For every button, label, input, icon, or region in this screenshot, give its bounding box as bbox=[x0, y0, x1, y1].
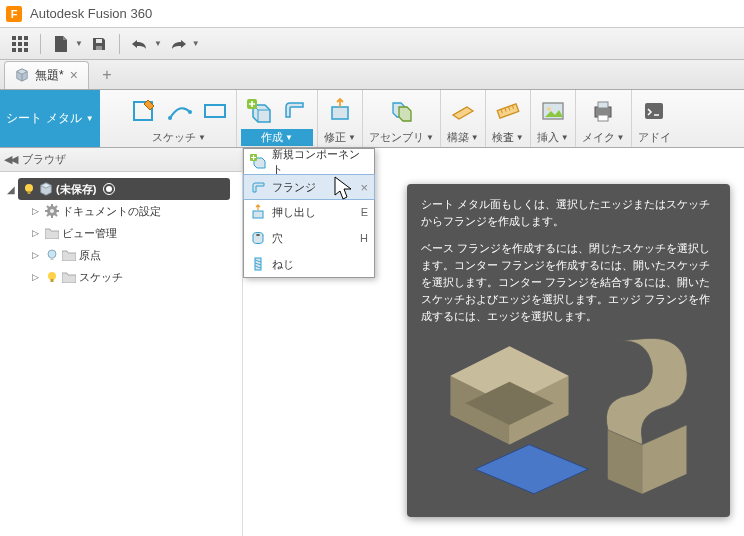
ribbon-label-create[interactable]: 作成▼ bbox=[241, 129, 313, 146]
sketch-line-button[interactable] bbox=[164, 96, 194, 126]
ribbon-label-insert[interactable]: 挿入▼ bbox=[537, 130, 569, 145]
browser-tree: ◢ (未保存) ▷ ドキュメントの設定 ▷ ビュー管理 ▷ bbox=[0, 172, 242, 288]
tab-label: 無題* bbox=[35, 67, 64, 84]
tree-item-origin[interactable]: ▷ 原点 bbox=[4, 244, 242, 266]
menu-item-new-component[interactable]: 新規コンポーネント bbox=[244, 149, 374, 175]
svg-rect-8 bbox=[24, 48, 28, 52]
menu-item-flange[interactable]: フランジ × bbox=[243, 174, 375, 200]
create-flange-button[interactable] bbox=[280, 96, 310, 126]
lightbulb-icon[interactable] bbox=[45, 270, 59, 284]
folder-icon bbox=[62, 248, 76, 262]
document-tabs: 無題* × + bbox=[0, 60, 744, 90]
construct-button[interactable] bbox=[448, 96, 478, 126]
document-tab[interactable]: 無題* × bbox=[4, 61, 89, 89]
workspace-switcher[interactable]: シート メタル▼ bbox=[0, 90, 100, 147]
menu-item-extrude[interactable]: 押し出し E bbox=[244, 199, 374, 225]
svg-point-23 bbox=[547, 107, 551, 111]
lightbulb-off-icon[interactable] bbox=[45, 248, 59, 262]
svg-rect-4 bbox=[18, 42, 22, 46]
ribbon-label-modify[interactable]: 修正▼ bbox=[324, 130, 356, 145]
inspect-button[interactable] bbox=[493, 96, 523, 126]
assembly-icon bbox=[387, 97, 415, 125]
save-icon bbox=[91, 36, 107, 52]
cube-icon bbox=[39, 182, 53, 196]
make-button[interactable] bbox=[588, 96, 618, 126]
modify-button[interactable] bbox=[325, 96, 355, 126]
svg-rect-45 bbox=[253, 211, 263, 218]
pin-close-icon[interactable]: × bbox=[360, 180, 368, 195]
thread-icon bbox=[250, 256, 266, 272]
tree-root[interactable]: (未保存) bbox=[18, 178, 230, 200]
line-arc-icon bbox=[166, 98, 192, 124]
ribbon-group-construct: 構築▼ bbox=[441, 90, 486, 147]
tree-item-doc-settings[interactable]: ▷ ドキュメントの設定 bbox=[4, 200, 242, 222]
new-box-icon bbox=[245, 97, 273, 125]
svg-rect-6 bbox=[12, 48, 16, 52]
close-tab-icon[interactable]: × bbox=[70, 67, 78, 83]
ribbon-group-create: 作成▼ bbox=[237, 90, 318, 147]
twisty-icon[interactable]: ◢ bbox=[4, 184, 18, 195]
new-tab-button[interactable]: + bbox=[95, 63, 119, 87]
twisty-icon[interactable]: ▷ bbox=[32, 206, 42, 216]
cube-icon bbox=[15, 68, 29, 82]
tree-item-view[interactable]: ▷ ビュー管理 bbox=[4, 222, 242, 244]
svg-rect-5 bbox=[24, 42, 28, 46]
svg-rect-16 bbox=[332, 107, 348, 119]
data-panel-button[interactable] bbox=[6, 31, 34, 57]
ribbon-label-assembly[interactable]: アセンブリ▼ bbox=[369, 130, 434, 145]
svg-point-13 bbox=[188, 110, 192, 114]
browser-header[interactable]: ◀◀ ブラウザ bbox=[0, 148, 242, 172]
svg-rect-2 bbox=[24, 36, 28, 40]
flange-icon bbox=[250, 179, 266, 195]
svg-rect-25 bbox=[598, 102, 608, 108]
canvas[interactable]: 新規コンポーネント フランジ × 押し出し E 穴 H ねじ bbox=[243, 148, 744, 536]
svg-point-40 bbox=[48, 250, 56, 258]
dropdown-caret-icon[interactable]: ▼ bbox=[154, 39, 162, 48]
tree-item-sketch[interactable]: ▷ スケッチ bbox=[4, 266, 242, 288]
redo-button[interactable] bbox=[164, 31, 192, 57]
active-radio-icon[interactable] bbox=[103, 183, 115, 195]
ribbon-label-make[interactable]: メイク▼ bbox=[582, 130, 625, 145]
dropdown-caret-icon[interactable]: ▼ bbox=[75, 39, 83, 48]
redo-icon bbox=[169, 38, 187, 50]
sketch-create-button[interactable] bbox=[128, 96, 158, 126]
save-button[interactable] bbox=[85, 31, 113, 57]
ribbon-group-make: メイク▼ bbox=[576, 90, 632, 147]
file-button[interactable] bbox=[47, 31, 75, 57]
tooltip-text-1: シート メタル面もしくは、選択したエッジまたはスケッチからフランジを作成します。 bbox=[421, 196, 716, 230]
tooltip-panel: シート メタル面もしくは、選択したエッジまたはスケッチからフランジを作成します。… bbox=[407, 184, 730, 517]
twisty-icon[interactable]: ▷ bbox=[32, 272, 42, 282]
gear-icon bbox=[45, 204, 59, 218]
script-icon bbox=[640, 97, 668, 125]
svg-line-37 bbox=[55, 214, 57, 216]
ribbon-label-inspect[interactable]: 検査▼ bbox=[492, 130, 524, 145]
sketch-rect-button[interactable] bbox=[200, 96, 230, 126]
assembly-button[interactable] bbox=[386, 96, 416, 126]
svg-rect-43 bbox=[51, 279, 54, 282]
svg-point-47 bbox=[256, 234, 260, 236]
svg-rect-0 bbox=[12, 36, 16, 40]
svg-rect-17 bbox=[497, 104, 519, 118]
menu-item-thread[interactable]: ねじ bbox=[244, 251, 374, 277]
addin-button[interactable] bbox=[639, 96, 669, 126]
svg-point-12 bbox=[168, 116, 172, 120]
ribbon-group-assembly: アセンブリ▼ bbox=[363, 90, 441, 147]
ribbon-toolbar: シート メタル▼ スケッチ▼ 作成▼ bbox=[0, 90, 744, 148]
create-box-button[interactable] bbox=[244, 96, 274, 126]
ribbon-label-addin[interactable]: アドイ bbox=[638, 130, 671, 145]
twisty-icon[interactable]: ▷ bbox=[32, 250, 42, 260]
undo-button[interactable] bbox=[126, 31, 154, 57]
ribbon-label-sketch[interactable]: スケッチ▼ bbox=[152, 130, 206, 145]
insert-button[interactable] bbox=[538, 96, 568, 126]
grid-icon bbox=[12, 36, 28, 52]
folder-icon bbox=[62, 270, 76, 284]
svg-rect-29 bbox=[28, 191, 31, 194]
ribbon-label-construct[interactable]: 構築▼ bbox=[447, 130, 479, 145]
twisty-icon[interactable]: ▷ bbox=[32, 228, 42, 238]
rect-icon bbox=[202, 98, 228, 124]
title-bar: F Autodesk Fusion 360 bbox=[0, 0, 744, 28]
menu-item-hole[interactable]: 穴 H bbox=[244, 225, 374, 251]
dropdown-caret-icon[interactable]: ▼ bbox=[192, 39, 200, 48]
plane-icon bbox=[449, 97, 477, 125]
app-title: Autodesk Fusion 360 bbox=[30, 6, 152, 21]
